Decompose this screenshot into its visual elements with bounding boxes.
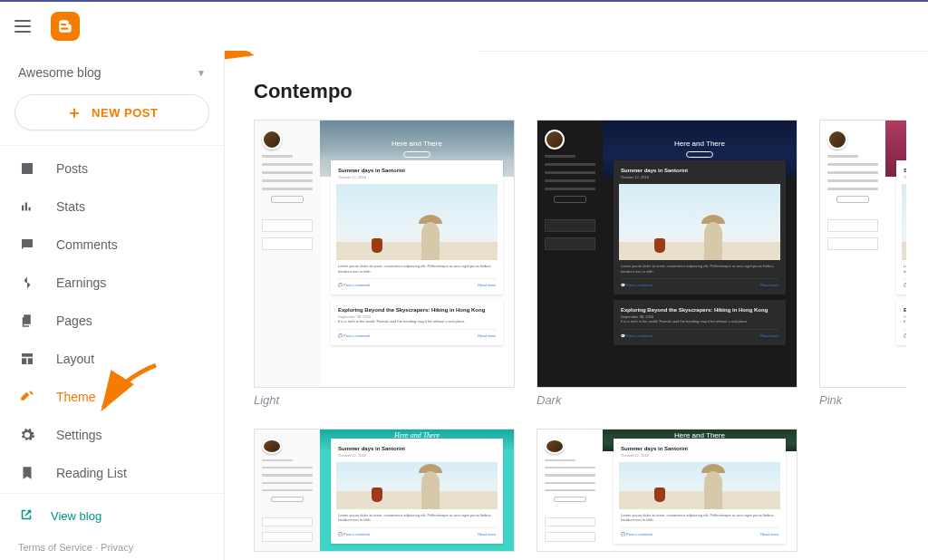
preview-hero-title: Here and There: [392, 140, 442, 148]
open-external-icon: [18, 507, 34, 526]
sidebar-item-label: Settings: [56, 428, 102, 442]
preview-post-title: Exploring Beyond the Skyscrapers: Hiking…: [338, 307, 496, 313]
preview-post-title: Summer days in Santorini: [904, 168, 906, 173]
avatar-icon: [545, 130, 565, 150]
preview-post-title: Summer days in Santorini: [621, 446, 778, 451]
sidebar-item-layout[interactable]: Layout: [0, 340, 224, 378]
new-post-button[interactable]: ＋ NEW POST: [14, 94, 209, 130]
blogger-logo-icon[interactable]: [51, 12, 80, 41]
theme-label: Pink: [819, 393, 906, 407]
sidebar-item-settings[interactable]: Settings: [0, 416, 224, 454]
plus-icon: ＋: [66, 104, 83, 121]
hamburger-menu-icon[interactable]: [14, 15, 36, 37]
blog-selector[interactable]: Awesome blog ▼: [0, 58, 224, 94]
theme-label: Light: [254, 393, 515, 407]
theme-card-pink[interactable]: Here and There Summer days in Santorini …: [819, 120, 906, 407]
sidebar-item-reading-list[interactable]: Reading List: [0, 454, 224, 492]
theme-card-dark[interactable]: Here and There Summer days in Santorini …: [536, 120, 798, 407]
new-post-label: NEW POST: [92, 106, 158, 120]
theme-thumbnail[interactable]: Here and There Summer days in Santorini …: [536, 429, 798, 552]
comments-icon: [18, 236, 36, 254]
preview-post-title: Exploring Beyond the Skyscrapers: Hiking…: [621, 307, 778, 313]
sidebar-item-label: Reading List: [56, 466, 127, 480]
blog-selector-label: Awesome blog: [18, 65, 102, 80]
sidebar-item-posts[interactable]: Posts: [0, 150, 224, 188]
chevron-down-icon: ▼: [197, 68, 206, 78]
sidebar-item-theme[interactable]: Theme: [0, 378, 224, 416]
view-blog-label: View blog: [51, 509, 102, 523]
sidebar-item-label: Theme: [56, 390, 96, 404]
sidebar-item-label: Stats: [56, 199, 85, 214]
theme-label: Dark: [536, 393, 798, 407]
theme-card-teal[interactable]: Here and There Summer days in Santorini …: [254, 429, 515, 552]
sidebar-item-comments[interactable]: Comments: [0, 226, 224, 264]
preview-post-card: Exploring Beyond the Skyscrapers: Hiking…: [614, 300, 786, 345]
preview-post-card: Summer days in Santorini October 12, 201…: [331, 439, 503, 544]
avatar-icon: [827, 130, 847, 150]
preview-post-title: Summer days in Santorini: [338, 446, 496, 451]
theme-thumbnail[interactable]: Here and There Summer days in Santorini …: [819, 120, 906, 388]
theme-card-light[interactable]: Here and There Summer days in Santorini …: [254, 120, 515, 407]
preview-post-card: Summer days in Santorini October 12, 201…: [896, 160, 906, 294]
theme-thumbnail[interactable]: Here and There Summer days in Santorini …: [254, 120, 515, 388]
preview-hero-title: Here and There: [674, 140, 725, 148]
view-blog-link[interactable]: View blog: [0, 493, 224, 538]
posts-icon: [18, 159, 36, 178]
preview-post-card: Exploring Beyond the Skyscrapers: Hiking…: [896, 300, 906, 345]
sidebar-item-label: Comments: [56, 237, 118, 252]
preview-post-title: Summer days in Santorini: [338, 168, 496, 173]
theme-thumbnail[interactable]: Here and There Summer days in Santorini …: [536, 120, 798, 388]
bookmark-icon: [18, 464, 36, 482]
sidebar-item-label: Earnings: [56, 275, 106, 290]
sidebar-item-label: Layout: [56, 352, 94, 366]
theme-card-leaf[interactable]: Here and There Summer days in Santorini …: [536, 429, 798, 552]
theme-thumbnail[interactable]: Here and There Summer days in Santorini …: [254, 429, 515, 552]
theme-icon: [18, 388, 36, 406]
divider: [478, 51, 928, 52]
sidebar-item-stats[interactable]: Stats: [0, 188, 224, 226]
stats-icon: [18, 198, 36, 216]
avatar-icon: [545, 439, 565, 454]
preview-post-title: Exploring Beyond the Skyscrapers: Hiking…: [904, 307, 906, 313]
section-title: Contempo: [254, 80, 928, 103]
footer-links: Terms of Service · Privacy: [0, 538, 224, 553]
sidebar-item-label: Pages: [56, 314, 92, 328]
avatar-icon: [262, 130, 282, 150]
gear-icon: [18, 426, 36, 444]
avatar-icon: [262, 439, 282, 454]
earnings-icon: [18, 274, 36, 292]
divider: [0, 145, 224, 146]
preview-post-title: Summer days in Santorini: [621, 168, 778, 173]
pages-icon: [18, 312, 36, 330]
preview-post-card: Summer days in Santorini October 12, 201…: [331, 160, 503, 294]
preview-post-card: Summer days in Santorini October 12, 201…: [614, 160, 786, 294]
layout-icon: [18, 350, 36, 368]
sidebar-item-earnings[interactable]: Earnings: [0, 264, 224, 302]
preview-post-card: Summer days in Santorini October 12, 201…: [614, 439, 786, 544]
sidebar-item-pages[interactable]: Pages: [0, 302, 224, 340]
sidebar-item-label: Posts: [56, 161, 88, 176]
preview-post-card: Exploring Beyond the Skyscrapers: Hiking…: [331, 300, 503, 345]
